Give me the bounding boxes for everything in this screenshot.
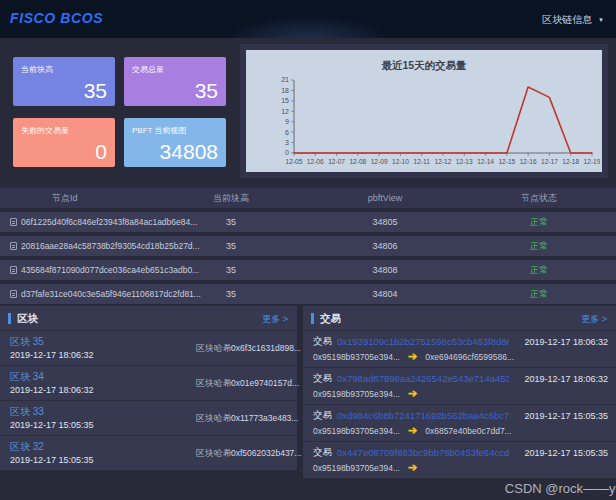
- svg-text:12-19: 12-19: [584, 158, 600, 165]
- tx-to-address: 0x6857e40be0c7dd7...: [425, 426, 512, 436]
- svg-text:12-15: 12-15: [498, 158, 515, 165]
- stat-value: 0: [95, 140, 107, 164]
- stat-card-pbft-view: PBFT 当前视图 34808: [124, 118, 226, 167]
- transaction-list-item: 交易 0x447e08709f883bc9bb78b0453fe64ccd79.…: [303, 441, 616, 478]
- tx-timestamp: 2019-12-17 18:06:32: [524, 337, 608, 347]
- app-logo: FISCO BCOS: [10, 10, 103, 26]
- col-header-node-id: 节点Id: [0, 192, 154, 205]
- block-list-item: 区块 34 2019-12-17 18:06:32 区块哈希 0x01e9740…: [0, 365, 297, 400]
- block-hash-label: 区块哈希: [196, 412, 232, 425]
- stat-card-tx-total: 交易总量 35: [124, 57, 226, 106]
- table-row: 06f1225d40f6c846ef23943f8a84ac1adb6e84..…: [0, 212, 616, 232]
- svg-text:12-18: 12-18: [562, 158, 579, 165]
- blockchain-info-dropdown[interactable]: 区块链信息 ▼: [542, 13, 604, 27]
- tx-timestamp: 2019-12-17 18:06:32: [524, 374, 608, 384]
- transactions-panel-header: 交易 更多 >: [303, 306, 616, 330]
- stat-label: 当前块高: [21, 64, 53, 75]
- chevron-down-icon: ▼: [598, 17, 604, 23]
- tx-hash-link[interactable]: 0x798ad87898aa2426542e543e714a45322...: [337, 373, 509, 384]
- svg-text:12-17: 12-17: [541, 158, 558, 165]
- stat-label: PBFT 当前视图: [132, 125, 187, 136]
- nodes-table: 节点Id 当前块高 pbftView 节点状态 06f1225d40f6c846…: [0, 188, 616, 304]
- table-row: 435684f871090d077dce036ca4eb651c3adb0...…: [0, 260, 616, 280]
- accent-bar: [8, 313, 11, 324]
- block-list-item: 区块 32 2019-12-17 15:05:35 区块哈希 0xf506203…: [0, 435, 297, 470]
- stat-value: 34808: [160, 140, 218, 164]
- arrow-right-icon: ➔: [408, 351, 417, 362]
- svg-text:21: 21: [281, 76, 289, 83]
- chart-title: 最近15天的交易量: [246, 50, 602, 73]
- tx-hash-link[interactable]: 0xd984c6b8b724171692b562baa4c6bc7ef1...: [337, 410, 509, 421]
- block-hash: 0xf5062032b437...: [231, 448, 301, 458]
- block-hash-label: 区块哈希: [196, 377, 232, 390]
- svg-text:12: 12: [281, 108, 289, 115]
- tx-hash-link[interactable]: 0x447e08709f883bc9bb78b0453fe64ccd79...: [337, 447, 509, 458]
- tx-timestamp: 2019-12-17 15:05:35: [524, 448, 608, 458]
- blocks-panel-header: 区块 更多 >: [0, 306, 297, 330]
- svg-text:12-16: 12-16: [520, 158, 537, 165]
- svg-text:12-07: 12-07: [328, 158, 345, 165]
- pbftview-cell: 34804: [308, 289, 462, 299]
- block-height-cell: 35: [154, 241, 308, 251]
- stat-card-failed-tx: 失败的交易量 0: [13, 118, 115, 167]
- svg-text:12-09: 12-09: [371, 158, 388, 165]
- tx-hash-link[interactable]: 0x1939109c1b2b2751598c53cb463f8d86b6...: [337, 336, 509, 347]
- panel-title: 区块: [17, 312, 38, 326]
- block-link[interactable]: 区块 32: [10, 440, 44, 454]
- table-row: 20816aae28a4c58738b2f93054cd18b25b27d...…: [0, 236, 616, 256]
- svg-text:12-12: 12-12: [435, 158, 452, 165]
- tx-from-address: 0x95198b93705e394...: [313, 352, 400, 362]
- status-badge: 正常: [462, 288, 616, 301]
- tx-label: 交易: [313, 409, 332, 422]
- node-id-cell: d37fafe31ce040c3e5a5f946e1106817dc2fd81.…: [0, 289, 154, 299]
- tx-from-address: 0x95198b93705e394...: [313, 426, 400, 436]
- app-header: FISCO BCOS 区块链信息 ▼: [0, 0, 616, 38]
- status-badge: 正常: [462, 216, 616, 229]
- transactions-more-link[interactable]: 更多 >: [581, 313, 607, 326]
- svg-text:12-08: 12-08: [349, 158, 366, 165]
- block-link[interactable]: 区块 35: [10, 335, 44, 349]
- transactions-panel: 交易 更多 > 交易 0x1939109c1b2b2751598c53cb463…: [303, 306, 616, 478]
- blocks-more-link[interactable]: 更多 >: [262, 313, 288, 326]
- node-id-cell: 06f1225d40f6c846ef23943f8a84ac1adb6e84..…: [0, 217, 154, 227]
- arrow-right-icon: ➔: [408, 388, 417, 399]
- tx-volume-chart-panel: 最近15天的交易量 03691215182112-0512-0612-0712-…: [240, 44, 608, 178]
- stat-label: 交易总量: [132, 64, 164, 75]
- chart-plot-area: 最近15天的交易量 03691215182112-0512-0612-0712-…: [246, 50, 602, 172]
- dropdown-label: 区块链信息: [542, 14, 592, 25]
- block-timestamp: 2019-12-17 18:06:32: [10, 350, 94, 360]
- tx-to-address: 0xe694696cf6599586...: [425, 352, 514, 362]
- block-hash-label: 区块哈希: [196, 447, 232, 460]
- svg-text:12-05: 12-05: [286, 158, 303, 165]
- copy-icon[interactable]: [10, 266, 17, 274]
- block-link[interactable]: 区块 33: [10, 405, 44, 419]
- svg-text:15: 15: [281, 97, 289, 104]
- tx-volume-line-chart: 03691215182112-0512-0612-0712-0812-0912-…: [248, 75, 600, 171]
- transaction-list-item: 交易 0xd984c6b8b724171692b562baa4c6bc7ef1.…: [303, 404, 616, 441]
- table-row: d37fafe31ce040c3e5a5f946e1106817dc2fd81.…: [0, 284, 616, 304]
- copy-icon[interactable]: [10, 218, 17, 226]
- svg-text:12-13: 12-13: [456, 158, 473, 165]
- block-link[interactable]: 区块 34: [10, 370, 44, 384]
- svg-text:6: 6: [285, 129, 289, 136]
- block-height-cell: 35: [154, 289, 308, 299]
- block-height-cell: 35: [154, 265, 308, 275]
- stat-value: 35: [84, 79, 107, 103]
- pbftview-cell: 34805: [308, 217, 462, 227]
- node-id-cell: 20816aae28a4c58738b2f93054cd18b25b27d...: [0, 241, 154, 251]
- panel-title: 交易: [320, 312, 341, 326]
- arrow-right-icon: ➔: [408, 425, 417, 436]
- tx-timestamp: 2019-12-17 15:05:35: [524, 411, 608, 421]
- tx-label: 交易: [313, 372, 332, 385]
- col-header-block-height: 当前块高: [154, 192, 308, 205]
- tx-from-address: 0x95198b93705e394...: [313, 463, 400, 473]
- block-height-cell: 35: [154, 217, 308, 227]
- copy-icon[interactable]: [10, 242, 17, 250]
- accent-bar: [311, 313, 314, 324]
- svg-text:9: 9: [285, 118, 289, 125]
- copy-icon[interactable]: [10, 290, 17, 298]
- col-header-pbftview: pbftView: [308, 193, 462, 203]
- pbftview-cell: 34806: [308, 241, 462, 251]
- block-hash: 0x01e9740157d...: [231, 378, 299, 388]
- nodes-table-header: 节点Id 当前块高 pbftView 节点状态: [0, 188, 616, 208]
